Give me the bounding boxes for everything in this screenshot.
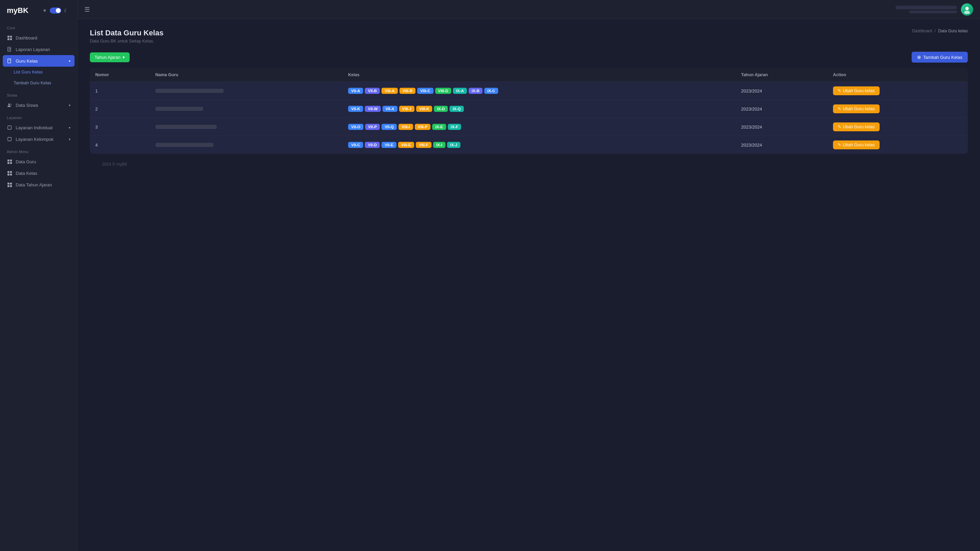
class-badge: VII-W <box>365 106 381 112</box>
cell-kelas: VII-KVII-WVII-XVIII-JVIII-KIX-DIX-Q <box>343 100 736 118</box>
ubah-label: Ubah Guru kelas <box>843 89 875 93</box>
sidebar-label-data-siswa: Data Siswa <box>16 103 38 108</box>
page-subtitle: Data Guru BK untuk Setiap Kelas. <box>90 39 163 43</box>
ubah-guru-kelas-button[interactable]: ✎Ubah Guru kelas <box>833 105 880 113</box>
svg-rect-21 <box>10 173 12 176</box>
sidebar-item-data-kelas[interactable]: Data Kelas <box>0 167 77 179</box>
sidebar-item-dashboard[interactable]: Dashboard <box>0 32 77 43</box>
edit-icon: ✎ <box>838 89 841 93</box>
class-badge: VII-O <box>348 124 363 130</box>
svg-rect-20 <box>7 173 9 176</box>
class-badge: VIII-P <box>415 124 431 130</box>
sidebar-label-laporan-layanan: Laporan Layanan <box>16 47 50 52</box>
sidebar-label-data-kelas: Data Kelas <box>16 171 37 176</box>
sidebar-label-list-guru-kelas: List Guru Kelas <box>14 70 43 75</box>
ubah-guru-kelas-button[interactable]: ✎Ubah Guru kelas <box>833 140 880 149</box>
svg-rect-17 <box>10 162 12 164</box>
breadcrumb-separator: / <box>935 29 937 33</box>
cell-kelas: VII-AVII-BVIII-AVIII-BVIII-CVIII-DIX-AIX… <box>343 82 736 100</box>
sidebar-item-guru-kelas[interactable]: Guru Kelas ▾ <box>3 55 75 67</box>
avatar[interactable] <box>961 3 973 16</box>
main-area: ☰ List Data Guru Kelas Data Guru BK untu… <box>78 0 980 551</box>
class-badge: VII-E <box>382 142 396 148</box>
chevron-down-icon: ▾ <box>69 59 70 63</box>
class-badge: VII-A <box>348 88 363 94</box>
sidebar-item-layanan-kelompok[interactable]: Layanan Kelompok ▾ <box>0 133 77 145</box>
class-badge: VII-X <box>382 106 398 112</box>
sidebar-label-tambah-guru-kelas: Tambah Guru Kelas <box>14 81 51 86</box>
sidebar-item-list-guru-kelas[interactable]: List Guru Kelas <box>0 67 77 78</box>
cell-nama-guru <box>150 136 343 154</box>
ubah-guru-kelas-button[interactable]: ✎Ubah Guru kelas <box>833 122 880 131</box>
section-label-core: Core <box>0 21 77 32</box>
svg-rect-12 <box>8 126 11 130</box>
chevron-down-icon-siswa: ▾ <box>69 103 70 107</box>
tambah-label: Tambah Guru Kelas <box>923 55 962 60</box>
svg-point-27 <box>964 11 970 14</box>
class-badge: VIII-F <box>416 142 431 148</box>
breadcrumb-current: Data Guru kelas <box>938 29 968 33</box>
cell-nama-guru <box>150 82 343 100</box>
file-icon <box>7 47 12 52</box>
cell-nomor: 3 <box>90 118 150 136</box>
sidebar-item-data-guru[interactable]: Data Guru <box>0 156 77 167</box>
class-badge: IX-Q <box>450 106 464 112</box>
guru-kelas-table: Nomor Nama Guru Kelas Tahun Ajaran Actio… <box>90 68 968 154</box>
table-row: 1VII-AVII-BVIII-AVIII-BVIII-CVIII-DIX-AI… <box>90 82 968 100</box>
ubah-label: Ubah Guru kelas <box>843 124 875 129</box>
moon-icon: ☾ <box>64 8 68 13</box>
page-title: List Data Guru Kelas <box>90 29 163 37</box>
theme-toggle-group: ☀ ☾ <box>43 8 70 14</box>
svg-point-11 <box>10 103 11 105</box>
sidebar-item-data-siswa[interactable]: Data Siswa ▾ <box>0 99 77 111</box>
table-row: 2VII-KVII-WVII-XVIII-JVIII-KIX-DIX-Q2023… <box>90 100 968 118</box>
tambah-guru-kelas-button[interactable]: ⊕ Tambah Guru Kelas <box>912 52 968 63</box>
sidebar-label-dashboard: Dashboard <box>16 35 37 40</box>
class-badge: VIII-D <box>435 88 451 94</box>
cell-nomor: 2 <box>90 100 150 118</box>
chevron-down-icon-kelompok: ▾ <box>69 137 70 141</box>
sun-icon: ☀ <box>43 8 47 13</box>
svg-rect-14 <box>7 159 9 161</box>
sidebar-label-guru-kelas: Guru Kelas <box>16 59 38 64</box>
cell-action: ✎Ubah Guru kelas <box>827 118 968 136</box>
theme-toggle-switch[interactable] <box>50 8 61 14</box>
col-kelas: Kelas <box>343 68 736 82</box>
class-badge: VII-Q <box>382 124 397 130</box>
square-icon-individual <box>7 125 12 130</box>
class-badge: VIII-K <box>416 106 432 112</box>
edit-icon: ✎ <box>838 106 841 111</box>
edit-icon: ✎ <box>838 143 841 147</box>
page-title-group: List Data Guru Kelas Data Guru BK untuk … <box>90 29 163 43</box>
sidebar-item-layanan-individual[interactable]: Layanan Individual ▾ <box>0 122 77 133</box>
data-table-wrapper: Nomor Nama Guru Kelas Tahun Ajaran Actio… <box>90 68 968 154</box>
svg-rect-1 <box>10 35 12 37</box>
class-badge: VII-C <box>348 142 363 148</box>
class-badge: VIII-B <box>399 88 415 94</box>
ubah-label: Ubah Guru kelas <box>843 106 875 111</box>
ubah-guru-kelas-button[interactable]: ✎Ubah Guru kelas <box>833 86 880 95</box>
class-badge: VIII-A <box>382 88 398 94</box>
cell-nama-guru <box>150 118 343 136</box>
sidebar-item-laporan-layanan[interactable]: Laporan Layanan <box>0 43 77 55</box>
svg-rect-8 <box>8 59 11 63</box>
sidebar: myBK ☀ ☾ Core Dashboard Laporan Layanan … <box>0 0 78 551</box>
sidebar-item-tambah-guru-kelas[interactable]: Tambah Guru Kelas <box>0 78 77 89</box>
class-badge: IX-E <box>432 124 446 130</box>
class-badge: IX-I <box>433 142 445 148</box>
grid-icon-tahun <box>7 182 12 187</box>
cell-action: ✎Ubah Guru kelas <box>827 100 968 118</box>
grid-icon-kelas <box>7 170 12 176</box>
class-badge: VII-P <box>365 124 380 130</box>
page-content: List Data Guru Kelas Data Guru BK untuk … <box>78 19 980 551</box>
class-badge: IX-B <box>469 88 482 94</box>
ubah-label: Ubah Guru kelas <box>843 143 875 147</box>
topbar: ☰ <box>78 0 980 19</box>
tahun-ajaran-button[interactable]: Tahun Ajaran ▾ <box>90 52 130 62</box>
users-icon <box>7 102 12 108</box>
cell-tahun-ajaran: 2023/2024 <box>736 82 827 100</box>
cell-nomor: 4 <box>90 136 150 154</box>
hamburger-icon[interactable]: ☰ <box>84 6 90 13</box>
col-nomor: Nomor <box>90 68 150 82</box>
sidebar-item-data-tahun-ajaran[interactable]: Data Tahun Ajaran <box>0 179 77 191</box>
